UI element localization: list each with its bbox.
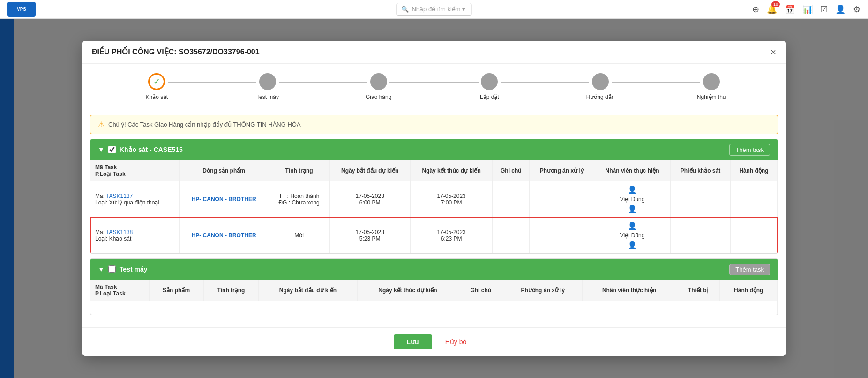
logo: VPS: [7, 2, 36, 17]
th-tm-ngay-bd: Ngày bắt đầu dự kiến: [259, 280, 358, 301]
search-bar[interactable]: 🔍 Nhập để tìm kiếm ▼: [396, 3, 471, 16]
section-khaosát: ▼ Khảo sát - CASE515 Thêm task Mã TaskP.…: [90, 139, 778, 254]
td-phuong-an-2: [530, 217, 594, 253]
td-hanh-dong-2: [730, 217, 777, 253]
table-row: Mã: TASK1138 Loại: Khảo sát HP- CANON - …: [90, 217, 778, 253]
chart-icon[interactable]: 📊: [802, 4, 813, 15]
stepper-label-4: Lắp đặt: [480, 94, 499, 100]
th-phieu-khaosát: Phiếu khảo sát: [671, 160, 731, 181]
user-person-icon-1: 👤: [628, 185, 637, 194]
stepper-circle-6: [703, 73, 720, 90]
main-background: ĐIỀU PHỐI CÔNG VIỆC: SO35672/DO33796-001…: [0, 19, 868, 378]
modal-dialog: ĐIỀU PHỐI CÔNG VIỆC: SO35672/DO33796-001…: [82, 41, 786, 356]
product-name-1: HP- CANON - BROTHER: [192, 196, 256, 203]
td-nhan-vien-2: 👤 Việt Dũng 👤: [594, 217, 670, 253]
section-testmay-header: ▼ Test máy Thêm task: [90, 259, 778, 280]
th-tm-tinh-trang: Tình trạng: [203, 280, 259, 301]
stepper-circle-3: [370, 73, 387, 90]
stepper-circle-5: [592, 73, 609, 90]
modal-header: ĐIỀU PHỐI CÔNG VIỆC: SO35672/DO33796-001…: [82, 41, 786, 64]
stepper-circle-1: ✓: [148, 73, 165, 90]
user-icon[interactable]: 👤: [835, 4, 846, 15]
calendar-icon[interactable]: 📅: [785, 4, 795, 15]
th-tm-ma-task: Mã TaskP.Loại Task: [90, 280, 149, 301]
luu-button[interactable]: Lưu: [394, 334, 432, 349]
stepper-label-2: Test máy: [256, 94, 279, 100]
td-ngay-kt-2: 17-05-20236:23 PM: [410, 217, 493, 253]
td-ghi-chu-2: [493, 217, 530, 253]
testmay-table: Mã TaskP.Loại Task Sản phẩm Tình trạng N…: [90, 280, 778, 315]
stepper-label-3: Giao hàng: [366, 94, 391, 100]
khaosát-table-header: Mã TaskP.Loại Task Dòng sản phẩm Tình tr…: [90, 160, 778, 181]
td-phuong-an-1: [530, 181, 594, 217]
th-tm-san-pham: Sản phẩm: [149, 280, 203, 301]
td-ghi-chu-1: [493, 181, 530, 217]
user-name-2: Việt Dũng: [620, 232, 645, 239]
notification-icon[interactable]: 🔔 18: [767, 4, 777, 15]
section-testmay-title: Test máy: [120, 265, 726, 273]
stepper-step-khaosát[interactable]: ✓ Khảo sát: [101, 73, 212, 100]
user-person-icon-2: 👤: [628, 221, 637, 230]
table-row-empty: [90, 301, 778, 315]
stepper-container: ✓ Khảo sát Test máy Giao hàng: [82, 64, 786, 110]
section-khaosát-header: ▼ Khảo sát - CASE515 Thêm task: [90, 139, 778, 160]
stepper-step-nghiemthu[interactable]: Nghiệm thu: [656, 73, 767, 100]
th-tm-hanh-dong: Hành động: [720, 280, 778, 301]
check-icon[interactable]: ☑: [820, 4, 828, 15]
settings-icon[interactable]: ⚙: [853, 4, 861, 15]
add-icon[interactable]: ⊕: [752, 4, 759, 15]
stepper-step-huongdan[interactable]: Hướng dẫn: [545, 73, 656, 100]
th-tm-ngay-kt: Ngày kết thúc dự kiến: [357, 280, 458, 301]
task1137-link[interactable]: TASK1137: [106, 193, 133, 199]
warning-text: Chú ý! Các Task Giao Hàng cần nhập đầy đ…: [108, 121, 301, 128]
th-nhan-vien: Nhân viên thực hiện: [594, 160, 670, 181]
section-khaosát-checkbox[interactable]: [108, 146, 116, 153]
th-tm-phuong-an: Phương án xử lý: [503, 280, 583, 301]
th-hanh-dong: Hành động: [730, 160, 777, 181]
modal-close-button[interactable]: ×: [771, 47, 776, 57]
stepper-circle-2: [259, 73, 276, 90]
stepper: ✓ Khảo sát Test máy Giao hàng: [101, 73, 767, 100]
topbar-actions: ⊕ 🔔 18 📅 📊 ☑ 👤 ⚙: [752, 4, 861, 15]
td-hanh-dong-1: [730, 181, 777, 217]
warning-icon: ⚠: [98, 120, 105, 129]
td-ma-task-2: Mã: TASK1138 Loại: Khảo sát: [90, 217, 179, 253]
td-phieu-2: [671, 217, 731, 253]
th-tinh-trang: Tình trạng: [269, 160, 329, 181]
them-task-button-khaosát[interactable]: Thêm task: [729, 144, 770, 156]
stepper-step-testmay[interactable]: Test máy: [212, 73, 323, 100]
th-tm-thiet-bi: Thiết bị: [676, 280, 720, 301]
huy-button[interactable]: Hủy bỏ: [438, 334, 475, 349]
section-testmay: ▼ Test máy Thêm task Mã TaskP.Loại Task …: [90, 258, 778, 316]
section-testmay-checkbox[interactable]: [108, 265, 116, 273]
th-ngay-kt: Ngày kết thúc dự kiến: [410, 160, 493, 181]
modal-body: ⚠ Chú ý! Các Task Giao Hàng cần nhập đầy…: [82, 110, 786, 328]
stepper-label-6: Nghiệm thu: [697, 94, 726, 100]
td-phieu-1: [671, 181, 731, 217]
modal-overlay: ĐIỀU PHỐI CÔNG VIỆC: SO35672/DO33796-001…: [0, 19, 868, 378]
th-ghi-chu: Ghi chú: [493, 160, 530, 181]
td-san-pham-1: HP- CANON - BROTHER: [179, 181, 269, 217]
td-ngay-bd-1: 17-05-20236:00 PM: [329, 181, 410, 217]
section-khaosát-title: Khảo sát - CASE515: [120, 146, 726, 153]
khaosát-table: Mã TaskP.Loại Task Dòng sản phẩm Tình tr…: [90, 160, 778, 253]
task1138-link[interactable]: TASK1138: [106, 229, 133, 235]
testmay-table-header: Mã TaskP.Loại Task Sản phẩm Tình trạng N…: [90, 280, 778, 301]
td-san-pham-2: HP- CANON - BROTHER: [179, 217, 269, 253]
td-tinh-trang-1: TT : Hoàn thànhĐG : Chưa xong: [269, 181, 329, 217]
them-task-button-testmay[interactable]: Thêm task: [729, 264, 770, 275]
user-add-icon-2[interactable]: 👤: [628, 241, 637, 249]
stepper-circle-4: [481, 73, 498, 90]
notification-badge: 18: [771, 1, 780, 7]
th-phuong-an: Phương án xử lý: [530, 160, 594, 181]
chevron-down-icon: ▼: [98, 146, 105, 153]
stepper-step-giaohang[interactable]: Giao hàng: [323, 73, 434, 100]
stepper-step-lapdat[interactable]: Lắp đặt: [434, 73, 545, 100]
user-cell-1: 👤 Việt Dũng 👤: [599, 185, 666, 213]
th-tm-ghi-chu: Ghi chú: [458, 280, 503, 301]
search-dropdown-icon: ▼: [461, 6, 467, 13]
modal-footer: Lưu Hủy bỏ: [82, 327, 786, 356]
td-ngay-bd-2: 17-05-20235:23 PM: [329, 217, 410, 253]
th-ngay-bd: Ngày bắt đầu dự kiến: [329, 160, 410, 181]
user-add-icon-1[interactable]: 👤: [628, 204, 637, 213]
